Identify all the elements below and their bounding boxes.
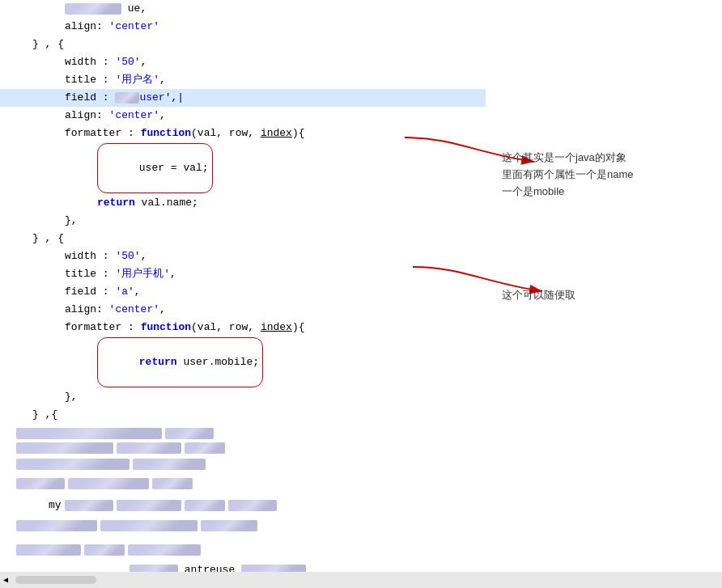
code-line-6: field : user',| bbox=[0, 89, 486, 107]
code-line-1: ue, bbox=[0, 0, 486, 18]
scroll-left-icon[interactable]: ◀ bbox=[0, 575, 11, 585]
arrow-svg-2 bbox=[364, 251, 575, 315]
code-line-blurred-6 bbox=[0, 542, 486, 558]
code-line-18: return user.mobile; bbox=[0, 336, 486, 388]
code-line-20: } ,{ bbox=[0, 406, 486, 424]
annotation-circle-1: user = val; bbox=[97, 143, 213, 193]
code-line-blurred-1 bbox=[0, 424, 486, 440]
bottom-scrollbar[interactable]: ◀ bbox=[0, 572, 722, 588]
horizontal-scrollbar-track[interactable] bbox=[15, 576, 96, 584]
annotation-text-1: 这个其实是一个java的对象 里面有两个属性一个是name 一个是mobile bbox=[502, 150, 634, 200]
code-line-5: title : '用户名', bbox=[0, 71, 486, 89]
code-line-blurred-3 bbox=[0, 456, 486, 472]
annotation-text-2: 这个可以随便取 bbox=[502, 287, 575, 304]
annotations-panel: 这个其实是一个java的对象 里面有两个属性一个是name 一个是mobile … bbox=[486, 0, 722, 588]
code-line-12: } , { bbox=[0, 230, 486, 247]
code-line-17: formatter : function(val, row, index){ bbox=[0, 319, 486, 336]
code-line-my: my bbox=[0, 497, 486, 514]
code-line-3: } , { bbox=[0, 36, 486, 53]
code-line-blurred-5 bbox=[0, 518, 486, 534]
annotation-circle-2: return user.mobile; bbox=[97, 337, 263, 387]
code-line-11: }, bbox=[0, 212, 486, 230]
code-line-4: width : '50', bbox=[0, 53, 486, 71]
code-line-10: return val.name; bbox=[0, 194, 486, 212]
code-line-blurred-2 bbox=[0, 440, 486, 456]
code-line-19: }, bbox=[0, 388, 486, 406]
code-line-blurred-4 bbox=[0, 476, 486, 492]
code-line-2: align: 'center' bbox=[0, 18, 486, 36]
